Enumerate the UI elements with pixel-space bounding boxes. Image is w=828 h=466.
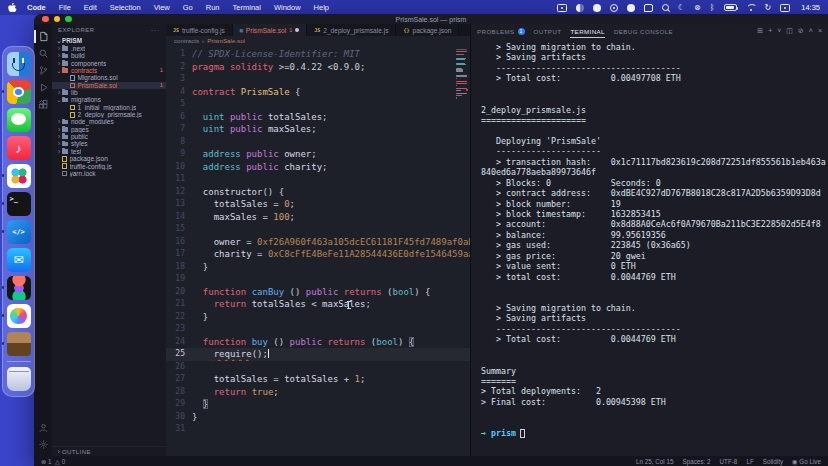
- tree-item-package.json[interactable]: package.json: [52, 155, 166, 162]
- code-line-10[interactable]: 10 address public charity;: [166, 161, 470, 174]
- tab-2_deploy_prismsale.js[interactable]: JS2_deploy_prismsale.js: [307, 24, 396, 36]
- status-solidity[interactable]: Solidity: [763, 458, 783, 465]
- tree-item-lib[interactable]: ›lib: [52, 89, 166, 96]
- stats-icon[interactable]: [576, 4, 584, 12]
- dock-messages[interactable]: [7, 108, 31, 132]
- status--go-live[interactable]: ◉ Go Live: [792, 458, 821, 465]
- code-line-19[interactable]: 19: [166, 273, 470, 286]
- panel-tab-debug-console[interactable]: DEBUG CONSOLE: [614, 24, 673, 38]
- run-debug-icon[interactable]: [34, 79, 52, 96]
- status-ln-25-col-15[interactable]: Ln 25, Col 15: [636, 458, 673, 465]
- code-line-21[interactable]: 21 return totalSales < maxSales;: [166, 298, 470, 311]
- menu-bar-clock[interactable]: 14:35: [801, 3, 820, 12]
- split-terminal-icon[interactable]: ◫: [786, 27, 793, 35]
- tree-item-migrations[interactable]: ⌄migrations: [52, 96, 166, 103]
- breadcrumb-PrismSale.sol[interactable]: PrismSale.sol: [207, 37, 245, 44]
- code-line-15[interactable]: 15: [166, 223, 470, 236]
- tree-item-styles[interactable]: ›styles: [52, 140, 166, 147]
- battery-icon[interactable]: [724, 4, 737, 11]
- dock-terminal[interactable]: [7, 192, 31, 216]
- source-control-icon[interactable]: [34, 62, 52, 79]
- breadcrumb[interactable]: contracts›PrismSale.sol: [166, 36, 470, 45]
- menu-run[interactable]: Run: [206, 3, 220, 12]
- display-arrangement-icon[interactable]: [593, 4, 601, 12]
- spotlight-icon[interactable]: [662, 4, 669, 11]
- workspace-root[interactable]: ⌄ PRISM: [52, 36, 166, 45]
- chat-icon[interactable]: [644, 4, 653, 12]
- panel-tab-output[interactable]: OUTPUT: [534, 24, 562, 38]
- extensions-icon[interactable]: [34, 96, 52, 113]
- screen-mirroring-icon[interactable]: [557, 4, 567, 12]
- tree-item-1_initial_migration.js[interactable]: 1_initial_migration.js: [52, 104, 166, 111]
- code-editor[interactable]: 1// SPDX-License-Identifier: MIT2pragma …: [166, 45, 470, 456]
- tab-PrismSale.sol[interactable]: ▤PrismSale.sol1: [233, 24, 307, 36]
- tree-item-yarn.lock[interactable]: yarn.lock: [52, 170, 166, 177]
- tree-item-Migrations.sol[interactable]: Migrations.sol: [52, 74, 166, 81]
- tree-item-pages[interactable]: ›pages: [52, 126, 166, 133]
- code-line-22[interactable]: 22 }: [166, 311, 470, 324]
- code-line-30[interactable]: 30}: [166, 411, 470, 424]
- terminal-prompt[interactable]: →prism: [481, 428, 828, 438]
- code-line-12[interactable]: 12 constructor() {: [166, 186, 470, 199]
- menu-terminal[interactable]: Terminal: [233, 3, 261, 12]
- panel-tab-problems[interactable]: PROBLEMS1: [477, 24, 525, 38]
- search-icon[interactable]: [34, 45, 52, 62]
- code-line-11[interactable]: 11: [166, 173, 470, 186]
- menu-help[interactable]: Help: [314, 3, 329, 12]
- tree-item-test[interactable]: ›test: [52, 148, 166, 155]
- explorer-actions[interactable]: ···: [151, 27, 160, 33]
- code-line-14[interactable]: 14 maxSales = 100;: [166, 211, 470, 224]
- tab-package.json[interactable]: {}package.json: [396, 24, 459, 36]
- code-line-4[interactable]: 4contract PrismSale {: [166, 86, 470, 99]
- menu-edit[interactable]: Edit: [84, 3, 97, 12]
- outline-section[interactable]: › OUTLINE: [52, 446, 166, 456]
- kill-terminal-icon[interactable]: ⊘: [798, 27, 804, 35]
- close-panel-icon[interactable]: ×: [818, 27, 822, 35]
- menu-view[interactable]: View: [154, 3, 170, 12]
- breadcrumb-contracts[interactable]: contracts: [174, 37, 199, 44]
- dock-slack[interactable]: [7, 164, 31, 188]
- dock-colorwheel[interactable]: [7, 304, 31, 328]
- menu-code[interactable]: Code: [27, 3, 46, 12]
- maximize-panel-icon[interactable]: ˄: [809, 27, 813, 35]
- dock-figma[interactable]: [7, 276, 31, 300]
- code-line-24[interactable]: 24 function buy () public returns (bool)…: [166, 336, 470, 349]
- stop-icon[interactable]: ⊗: [694, 4, 701, 12]
- code-line-27[interactable]: 27 totalSales = totalSales + 1;: [166, 373, 470, 386]
- tree-item-.next[interactable]: ›.next: [52, 45, 166, 52]
- tree-item-public[interactable]: ›public: [52, 133, 166, 140]
- focus-icon[interactable]: ☾: [678, 4, 685, 12]
- code-line-9[interactable]: 9 address public owner;: [166, 148, 470, 161]
- panel-tab-terminal[interactable]: TERMINAL: [570, 24, 605, 38]
- tree-item-truffle-config.js[interactable]: truffle-config.js: [52, 163, 166, 170]
- code-line-29[interactable]: 29 }: [166, 398, 470, 411]
- dock-mail[interactable]: [7, 248, 31, 272]
- dock-music[interactable]: [7, 136, 31, 160]
- code-line-7[interactable]: 7 uint public maxSales;: [166, 123, 470, 136]
- input-source-icon[interactable]: [780, 4, 790, 12]
- code-line-18[interactable]: 18 }: [166, 261, 470, 274]
- wifi-icon[interactable]: [746, 4, 756, 12]
- code-line-25[interactable]: 25 require();: [166, 348, 470, 361]
- tree-item-PrismSale.sol[interactable]: PrismSale.sol1: [52, 82, 166, 89]
- record-icon[interactable]: [627, 4, 635, 12]
- code-line-5[interactable]: 5: [166, 98, 470, 111]
- explorer-icon[interactable]: [34, 28, 52, 45]
- bluetooth-icon[interactable]: ᛒ: [710, 4, 715, 12]
- camera-icon[interactable]: [610, 4, 618, 12]
- code-line-8[interactable]: 8: [166, 136, 470, 149]
- settings-icon[interactable]: [34, 436, 52, 453]
- dock-trash[interactable]: [7, 367, 31, 391]
- code-line-6[interactable]: 6 uint public totalSales;: [166, 111, 470, 124]
- code-line-17[interactable]: 17 charity = 0xC8cFfE4BeFe11A28544436E0d…: [166, 248, 470, 261]
- tab-truffle-config.js[interactable]: JStruffle-config.js: [166, 24, 233, 36]
- code-line-26[interactable]: 26: [166, 361, 470, 374]
- problems-status[interactable]: ⊗ 1 △ 0: [41, 458, 65, 465]
- dock-finder[interactable]: [7, 52, 31, 76]
- terminal-output[interactable]: > Saving migration to chain. > Saving ar…: [471, 38, 828, 456]
- code-line-3[interactable]: 3: [166, 73, 470, 86]
- code-line-31[interactable]: 31: [166, 423, 470, 436]
- apple-menu-icon[interactable]: [8, 3, 17, 13]
- menu-window[interactable]: Window: [274, 3, 301, 12]
- menu-go[interactable]: Go: [183, 3, 193, 12]
